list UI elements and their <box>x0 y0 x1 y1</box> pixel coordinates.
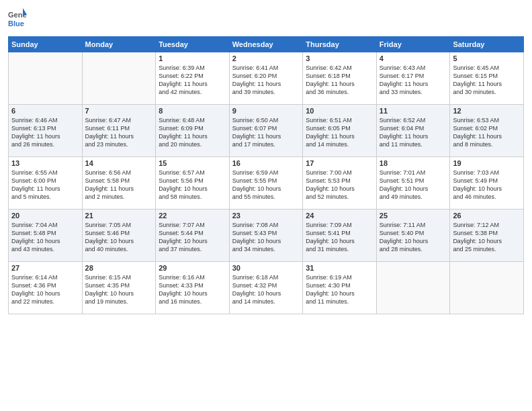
day-header-thursday: Thursday <box>303 37 377 52</box>
day-number: 11 <box>380 107 447 115</box>
day-number: 28 <box>85 264 153 272</box>
day-number: 15 <box>159 159 226 167</box>
day-cell: 5Sunrise: 6:45 AM Sunset: 6:15 PM Daylig… <box>450 52 524 105</box>
day-header-tuesday: Tuesday <box>156 37 230 52</box>
day-cell: 22Sunrise: 7:07 AM Sunset: 5:44 PM Dayli… <box>156 210 230 262</box>
day-cell: 6Sunrise: 6:46 AM Sunset: 6:13 PM Daylig… <box>9 105 83 157</box>
day-cell: 10Sunrise: 6:51 AM Sunset: 6:05 PM Dayli… <box>303 105 377 157</box>
day-number: 10 <box>306 107 373 115</box>
header: General Blue <box>8 7 524 31</box>
calendar-table: SundayMondayTuesdayWednesdayThursdayFrid… <box>8 36 524 314</box>
day-info: Sunrise: 6:46 AM Sunset: 6:13 PM Dayligh… <box>11 116 79 149</box>
day-cell: 30Sunrise: 6:18 AM Sunset: 4:32 PM Dayli… <box>229 262 303 314</box>
day-info: Sunrise: 7:05 AM Sunset: 5:46 PM Dayligh… <box>85 221 153 254</box>
day-cell: 23Sunrise: 7:08 AM Sunset: 5:43 PM Dayli… <box>229 210 303 262</box>
day-info: Sunrise: 6:48 AM Sunset: 6:09 PM Dayligh… <box>159 116 226 149</box>
day-number: 29 <box>159 264 226 272</box>
day-info: Sunrise: 7:09 AM Sunset: 5:41 PM Dayligh… <box>306 221 373 254</box>
day-info: Sunrise: 7:04 AM Sunset: 5:48 PM Dayligh… <box>11 221 79 254</box>
day-cell: 24Sunrise: 7:09 AM Sunset: 5:41 PM Dayli… <box>303 210 377 262</box>
day-header-saturday: Saturday <box>450 37 524 52</box>
day-info: Sunrise: 6:18 AM Sunset: 4:32 PM Dayligh… <box>232 273 300 306</box>
day-cell <box>450 262 524 314</box>
day-cell: 1Sunrise: 6:39 AM Sunset: 6:22 PM Daylig… <box>156 52 230 105</box>
logo-text-block: General Blue <box>8 7 27 31</box>
week-row-3: 13Sunrise: 6:55 AM Sunset: 6:00 PM Dayli… <box>9 157 524 210</box>
day-cell: 14Sunrise: 6:56 AM Sunset: 5:58 PM Dayli… <box>82 157 156 210</box>
calendar-container: General Blue SundayMondayTuesdayWednesda… <box>0 0 532 411</box>
day-info: Sunrise: 6:15 AM Sunset: 4:35 PM Dayligh… <box>85 273 153 306</box>
day-number: 14 <box>85 159 153 167</box>
day-cell: 3Sunrise: 6:42 AM Sunset: 6:18 PM Daylig… <box>303 52 377 105</box>
day-info: Sunrise: 7:00 AM Sunset: 5:53 PM Dayligh… <box>306 169 373 201</box>
day-cell: 25Sunrise: 7:11 AM Sunset: 5:40 PM Dayli… <box>376 210 450 262</box>
day-info: Sunrise: 7:08 AM Sunset: 5:43 PM Dayligh… <box>232 221 300 254</box>
day-cell: 9Sunrise: 6:50 AM Sunset: 6:07 PM Daylig… <box>229 105 303 157</box>
day-number: 13 <box>11 159 79 167</box>
day-info: Sunrise: 6:47 AM Sunset: 6:11 PM Dayligh… <box>85 116 153 149</box>
day-info: Sunrise: 6:55 AM Sunset: 6:00 PM Dayligh… <box>11 169 79 201</box>
day-number: 2 <box>232 54 300 62</box>
svg-text:Blue: Blue <box>8 19 24 28</box>
day-cell: 21Sunrise: 7:05 AM Sunset: 5:46 PM Dayli… <box>82 210 156 262</box>
day-cell: 12Sunrise: 6:53 AM Sunset: 6:02 PM Dayli… <box>450 105 524 157</box>
day-cell: 7Sunrise: 6:47 AM Sunset: 6:11 PM Daylig… <box>82 105 156 157</box>
day-number: 17 <box>306 159 373 167</box>
day-cell: 20Sunrise: 7:04 AM Sunset: 5:48 PM Dayli… <box>9 210 83 262</box>
day-header-friday: Friday <box>376 37 450 52</box>
day-info: Sunrise: 6:19 AM Sunset: 4:30 PM Dayligh… <box>306 273 373 306</box>
day-number: 5 <box>453 54 521 62</box>
day-info: Sunrise: 6:52 AM Sunset: 6:04 PM Dayligh… <box>380 116 447 149</box>
day-cell: 15Sunrise: 6:57 AM Sunset: 5:56 PM Dayli… <box>156 157 230 210</box>
day-number: 26 <box>453 212 521 220</box>
day-number: 31 <box>306 264 373 272</box>
day-info: Sunrise: 7:11 AM Sunset: 5:40 PM Dayligh… <box>380 221 447 254</box>
day-info: Sunrise: 6:57 AM Sunset: 5:56 PM Dayligh… <box>159 169 226 201</box>
day-cell: 16Sunrise: 6:59 AM Sunset: 5:55 PM Dayli… <box>229 157 303 210</box>
day-header-sunday: Sunday <box>9 37 83 52</box>
day-info: Sunrise: 6:43 AM Sunset: 6:17 PM Dayligh… <box>380 64 447 97</box>
week-row-1: 1Sunrise: 6:39 AM Sunset: 6:22 PM Daylig… <box>9 52 524 105</box>
day-info: Sunrise: 6:41 AM Sunset: 6:20 PM Dayligh… <box>232 64 300 97</box>
day-cell: 11Sunrise: 6:52 AM Sunset: 6:04 PM Dayli… <box>376 105 450 157</box>
day-cell <box>376 262 450 314</box>
day-number: 23 <box>232 212 300 220</box>
day-cell: 4Sunrise: 6:43 AM Sunset: 6:17 PM Daylig… <box>376 52 450 105</box>
day-cell: 28Sunrise: 6:15 AM Sunset: 4:35 PM Dayli… <box>82 262 156 314</box>
header-row: SundayMondayTuesdayWednesdayThursdayFrid… <box>9 37 524 52</box>
day-cell <box>9 52 83 105</box>
day-number: 30 <box>232 264 300 272</box>
day-cell: 29Sunrise: 6:16 AM Sunset: 4:33 PM Dayli… <box>156 262 230 314</box>
day-info: Sunrise: 6:56 AM Sunset: 5:58 PM Dayligh… <box>85 169 153 201</box>
day-number: 1 <box>159 54 226 62</box>
day-info: Sunrise: 7:07 AM Sunset: 5:44 PM Dayligh… <box>159 221 226 254</box>
day-cell: 17Sunrise: 7:00 AM Sunset: 5:53 PM Dayli… <box>303 157 377 210</box>
day-cell <box>82 52 156 105</box>
day-cell: 19Sunrise: 7:03 AM Sunset: 5:49 PM Dayli… <box>450 157 524 210</box>
week-row-2: 6Sunrise: 6:46 AM Sunset: 6:13 PM Daylig… <box>9 105 524 157</box>
logo-graphic: General Blue <box>8 7 27 31</box>
day-number: 25 <box>380 212 447 220</box>
day-info: Sunrise: 6:45 AM Sunset: 6:15 PM Dayligh… <box>453 64 521 97</box>
day-number: 16 <box>232 159 300 167</box>
week-row-4: 20Sunrise: 7:04 AM Sunset: 5:48 PM Dayli… <box>9 210 524 262</box>
day-header-monday: Monday <box>82 37 156 52</box>
day-number: 22 <box>159 212 226 220</box>
day-info: Sunrise: 6:39 AM Sunset: 6:22 PM Dayligh… <box>159 64 226 97</box>
day-cell: 31Sunrise: 6:19 AM Sunset: 4:30 PM Dayli… <box>303 262 377 314</box>
day-number: 12 <box>453 107 521 115</box>
day-cell: 13Sunrise: 6:55 AM Sunset: 6:00 PM Dayli… <box>9 157 83 210</box>
day-info: Sunrise: 6:50 AM Sunset: 6:07 PM Dayligh… <box>232 116 300 149</box>
week-row-5: 27Sunrise: 6:14 AM Sunset: 4:36 PM Dayli… <box>9 262 524 314</box>
day-number: 8 <box>159 107 226 115</box>
day-cell: 18Sunrise: 7:01 AM Sunset: 5:51 PM Dayli… <box>376 157 450 210</box>
logo: General Blue <box>8 7 27 31</box>
day-info: Sunrise: 6:51 AM Sunset: 6:05 PM Dayligh… <box>306 116 373 149</box>
day-header-wednesday: Wednesday <box>229 37 303 52</box>
logo-svg: General Blue <box>8 7 27 31</box>
day-cell: 27Sunrise: 6:14 AM Sunset: 4:36 PM Dayli… <box>9 262 83 314</box>
day-number: 24 <box>306 212 373 220</box>
day-number: 6 <box>11 107 79 115</box>
day-number: 20 <box>11 212 79 220</box>
day-number: 19 <box>453 159 521 167</box>
